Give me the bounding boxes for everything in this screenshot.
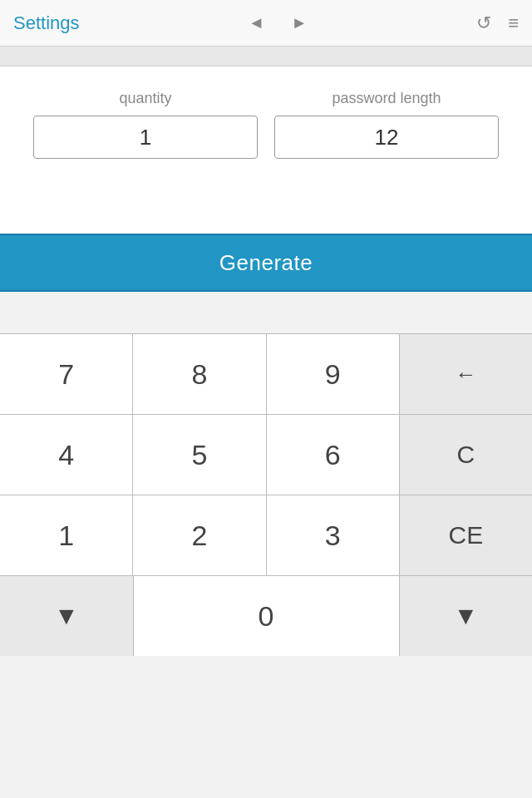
keypad-row-2: 4 5 6 C	[0, 415, 532, 495]
undo-icon[interactable]: ↺	[476, 12, 491, 34]
key-7[interactable]: 7	[0, 334, 133, 414]
password-length-input[interactable]	[274, 116, 499, 159]
nav-right: ↺ ≡	[476, 12, 519, 34]
key-0[interactable]: 0	[134, 576, 400, 656]
menu-icon[interactable]: ≡	[508, 12, 519, 34]
content-spacer	[33, 159, 499, 217]
mid-spacer	[0, 292, 532, 333]
settings-title: Settings	[13, 12, 80, 34]
key-arrow-down-right[interactable]: ▼	[400, 576, 533, 656]
key-5[interactable]: 5	[133, 415, 266, 495]
down-arrow-left-icon: ▼	[54, 602, 79, 630]
key-9[interactable]: 9	[267, 334, 400, 414]
inputs-row: quantity password length	[33, 90, 499, 159]
key-backspace[interactable]: ←	[400, 334, 532, 414]
key-clear-entry[interactable]: CE	[400, 495, 532, 575]
key-1[interactable]: 1	[0, 495, 133, 575]
main-content: quantity password length	[0, 66, 532, 234]
generate-section: Generate	[0, 234, 532, 292]
nav-bar: Settings ◄ ► ↺ ≡	[0, 0, 532, 47]
keypad: 7 8 9 ← 4 5 6 C 1 2 3 CE ▼ 0 ▼	[0, 333, 532, 656]
keypad-row-3: 1 2 3 CE	[0, 495, 532, 576]
key-arrow-down-left[interactable]: ▼	[0, 576, 134, 656]
key-clear[interactable]: C	[400, 415, 532, 495]
quantity-label: quantity	[119, 90, 171, 107]
key-3[interactable]: 3	[267, 495, 400, 575]
key-6[interactable]: 6	[267, 415, 400, 495]
key-4[interactable]: 4	[0, 415, 133, 495]
backspace-icon: ←	[455, 362, 476, 387]
back-arrow-icon[interactable]: ◄	[249, 13, 265, 32]
down-arrow-right-icon: ▼	[453, 602, 478, 630]
password-length-label: password length	[332, 90, 441, 107]
keypad-row-1: 7 8 9 ←	[0, 334, 532, 415]
nav-center: ◄ ►	[249, 13, 308, 32]
separator-bar	[0, 47, 532, 66]
quantity-group: quantity	[33, 90, 258, 159]
key-8[interactable]: 8	[133, 334, 266, 414]
keypad-row-4: ▼ 0 ▼	[0, 576, 532, 656]
password-length-group: password length	[274, 90, 499, 159]
generate-button[interactable]: Generate	[0, 235, 532, 290]
quantity-input[interactable]	[33, 116, 258, 159]
key-2[interactable]: 2	[133, 495, 266, 575]
forward-arrow-icon[interactable]: ►	[291, 13, 308, 32]
